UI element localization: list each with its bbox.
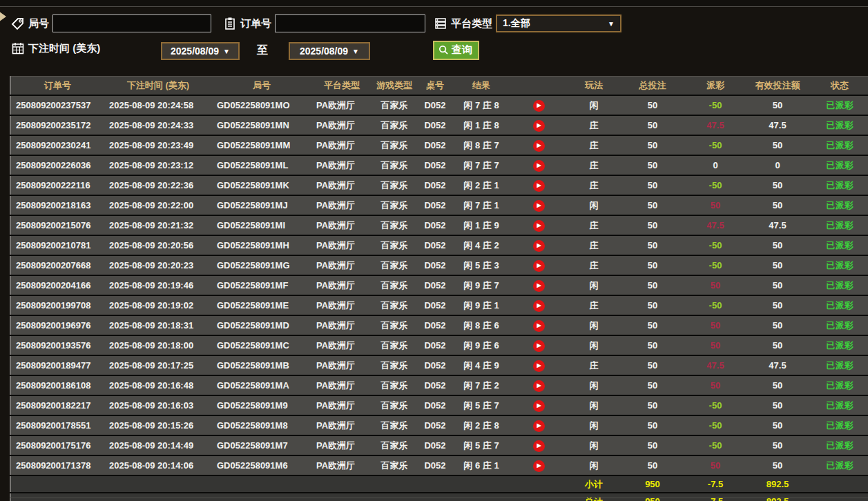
chevron-down-icon: ▼ bbox=[608, 20, 615, 28]
cell-game: 百家乐 bbox=[372, 235, 416, 255]
cell-game: 百家乐 bbox=[372, 375, 416, 395]
cell-round: GD052258091M6 bbox=[212, 455, 311, 475]
cell-table: D052 bbox=[416, 175, 454, 195]
cell-play: ▶ bbox=[509, 115, 568, 135]
cell-status: 已派彩 bbox=[810, 255, 868, 275]
order-filter-group: 订单号 bbox=[223, 14, 425, 32]
play-video-icon[interactable]: ▶ bbox=[533, 460, 545, 472]
cell-round: GD052258091M9 bbox=[212, 395, 311, 415]
subtotal-row-cell-order bbox=[10, 475, 104, 493]
cell-bet: 庄 bbox=[568, 115, 619, 135]
cell-time: 2025-08-09 20:24:33 bbox=[104, 115, 212, 135]
cell-result: 闲 2 庄 8 bbox=[454, 415, 509, 435]
search-button[interactable]: 查询 bbox=[433, 41, 479, 60]
cell-game: 百家乐 bbox=[372, 175, 416, 195]
table-row: 2508092002375372025-08-09 20:24:58GD0522… bbox=[10, 95, 868, 115]
cell-result: 闲 6 庄 1 bbox=[454, 455, 509, 475]
cell-table: D052 bbox=[416, 195, 454, 215]
play-video-icon[interactable]: ▶ bbox=[533, 360, 545, 372]
cell-play: ▶ bbox=[509, 195, 568, 215]
cell-game: 百家乐 bbox=[372, 415, 416, 435]
play-video-icon[interactable]: ▶ bbox=[533, 380, 545, 392]
cell-status: 已派彩 bbox=[810, 155, 868, 175]
cell-payout: 50 bbox=[686, 455, 745, 475]
cell-result: 闲 5 庄 3 bbox=[454, 255, 509, 275]
play-video-icon[interactable]: ▶ bbox=[533, 220, 545, 232]
cell-valid: 50 bbox=[745, 375, 810, 395]
bet-time-label: 下注时间 (美东) bbox=[28, 42, 100, 55]
play-video-icon[interactable]: ▶ bbox=[533, 320, 545, 332]
cell-valid: 50 bbox=[745, 235, 810, 255]
table-row: 2508092001822172025-08-09 20:16:03GD0522… bbox=[10, 395, 868, 415]
date-to-picker[interactable]: 2025/08/09 ▼ bbox=[289, 42, 370, 60]
column-header-order: 订单号 bbox=[10, 77, 104, 96]
play-video-icon[interactable]: ▶ bbox=[533, 200, 545, 212]
cell-status: 已派彩 bbox=[810, 275, 868, 295]
cell-time: 2025-08-09 20:14:06 bbox=[104, 455, 212, 475]
table-row: 2508092001997082025-08-09 20:19:02GD0522… bbox=[10, 295, 868, 315]
cell-time: 2025-08-09 20:19:46 bbox=[104, 275, 212, 295]
cell-play: ▶ bbox=[509, 455, 568, 475]
play-video-icon[interactable]: ▶ bbox=[533, 340, 545, 352]
cell-order: 250809200178551 bbox=[10, 415, 104, 435]
cell-valid: 50 bbox=[745, 195, 810, 215]
cell-payout: -50 bbox=[686, 395, 745, 415]
play-video-icon[interactable]: ▶ bbox=[533, 120, 545, 132]
date-from-picker[interactable]: 2025/08/09 ▼ bbox=[161, 42, 240, 60]
cell-platform: PA欧洲厅 bbox=[311, 115, 372, 135]
cell-bet: 庄 bbox=[568, 255, 619, 275]
play-video-icon[interactable]: ▶ bbox=[533, 420, 545, 432]
play-video-icon[interactable]: ▶ bbox=[533, 400, 545, 412]
cell-result: 闲 1 庄 9 bbox=[454, 215, 509, 235]
play-video-icon[interactable]: ▶ bbox=[533, 100, 545, 112]
play-video-icon[interactable]: ▶ bbox=[533, 160, 545, 172]
total-row-cell-valid: 892.5 bbox=[745, 493, 810, 501]
clipboard-icon bbox=[223, 17, 237, 30]
cell-round: GD052258091MM bbox=[212, 135, 311, 155]
cell-play: ▶ bbox=[509, 315, 568, 335]
play-video-icon[interactable]: ▶ bbox=[533, 180, 545, 192]
cell-table: D052 bbox=[416, 155, 454, 175]
play-video-icon[interactable]: ▶ bbox=[533, 280, 545, 292]
calendar-icon bbox=[11, 41, 25, 55]
play-video-icon[interactable]: ▶ bbox=[533, 300, 545, 312]
cell-total: 50 bbox=[619, 435, 686, 455]
cell-order: 250809200226036 bbox=[10, 155, 104, 175]
cell-payout: 50 bbox=[686, 335, 745, 355]
cell-total: 50 bbox=[619, 175, 686, 195]
cell-game: 百家乐 bbox=[372, 255, 416, 275]
cell-valid: 50 bbox=[745, 435, 810, 455]
cell-game: 百家乐 bbox=[372, 355, 416, 375]
cell-order: 250809200182217 bbox=[10, 395, 104, 415]
platform-type-select[interactable]: 1.全部 ▼ bbox=[496, 14, 621, 32]
cell-valid: 47.5 bbox=[745, 355, 810, 375]
cell-table: D052 bbox=[416, 355, 454, 375]
order-number-input[interactable] bbox=[275, 14, 425, 32]
bet-time-group: 下注时间 (美东) bbox=[11, 41, 100, 55]
column-header-bet: 玩法 bbox=[568, 77, 619, 96]
play-video-icon[interactable]: ▶ bbox=[533, 440, 545, 452]
sidebar-collapse-arrow-icon[interactable] bbox=[0, 9, 6, 24]
cell-order: 250809200207668 bbox=[10, 255, 104, 275]
cell-play: ▶ bbox=[509, 375, 568, 395]
round-number-input[interactable] bbox=[52, 14, 211, 32]
cell-payout: -50 bbox=[686, 235, 745, 255]
bet-records-table: 订单号下注时间 (美东)局号平台类型游戏类型桌号结果玩法总投注派彩有效投注额状态… bbox=[10, 76, 868, 501]
cell-bet: 庄 bbox=[568, 175, 619, 195]
cell-payout: -50 bbox=[686, 135, 745, 155]
cell-result: 闲 7 庄 1 bbox=[454, 195, 509, 215]
cell-table: D052 bbox=[416, 215, 454, 235]
cell-result: 闲 5 庄 7 bbox=[454, 395, 509, 415]
cell-status: 已派彩 bbox=[810, 95, 868, 115]
cell-time: 2025-08-09 20:23:49 bbox=[104, 135, 212, 155]
play-video-icon[interactable]: ▶ bbox=[533, 240, 545, 252]
cell-platform: PA欧洲厅 bbox=[311, 455, 372, 475]
cell-payout: 47.5 bbox=[686, 115, 745, 135]
cell-play: ▶ bbox=[509, 135, 568, 155]
play-video-icon[interactable]: ▶ bbox=[533, 260, 545, 272]
cell-time: 2025-08-09 20:22:36 bbox=[104, 175, 212, 195]
cell-total: 50 bbox=[619, 115, 686, 135]
play-video-icon[interactable]: ▶ bbox=[533, 140, 545, 152]
cell-valid: 50 bbox=[745, 455, 810, 475]
column-header-status: 状态 bbox=[810, 77, 868, 96]
